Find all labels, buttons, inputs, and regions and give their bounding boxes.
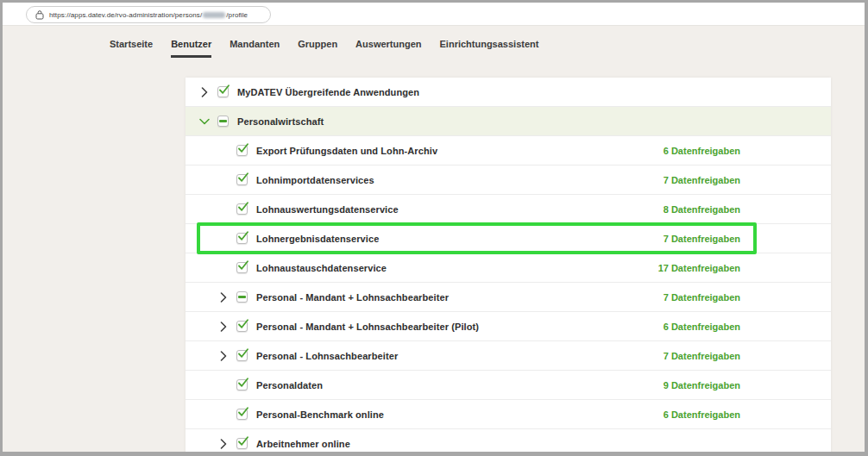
permissions-panel: MyDATEV Übergreifende Anwendungen Person… (186, 78, 831, 455)
tab-auswertungen[interactable]: Auswertungen (355, 39, 421, 58)
permission-label: Lohnergebnisdatenservice (256, 234, 664, 244)
check-icon (237, 231, 249, 241)
permission-label: Personaldaten (256, 380, 664, 390)
permission-row: Personaldaten 9 Datenfreigaben (186, 371, 831, 400)
permission-row: Personalwirtschaft (186, 107, 831, 136)
checkbox[interactable] (236, 145, 248, 156)
permission-row: Personal - Mandant + Lohnsachbearbeiter … (186, 283, 831, 312)
tab-benutzer[interactable]: Benutzer (171, 39, 211, 58)
datenfreigaben-link[interactable]: 17 Datenfreigaben (658, 263, 740, 273)
check-icon (237, 348, 249, 359)
redacted-person-id (203, 12, 225, 18)
permission-row: Personal-Benchmark online 6 Datenfreigab… (186, 400, 831, 429)
url-bar[interactable]: https://apps.datev.de/rvo-administration… (26, 6, 271, 23)
tab-label: Startseite (110, 39, 153, 49)
url-suffix: /profile (226, 11, 248, 19)
checkbox[interactable] (236, 321, 248, 332)
datenfreigaben-link[interactable]: 8 Datenfreigaben (664, 204, 740, 215)
checkbox[interactable] (236, 409, 248, 420)
chevron-right-icon[interactable] (217, 291, 230, 303)
permission-label: Lohnimportdatenservices (256, 175, 664, 185)
browser-url-strip: https://apps.datev.de/rvo-administration… (3, 3, 865, 26)
permission-label: Personalwirtschaft (237, 116, 740, 127)
tab-label: Benutzer (171, 39, 211, 49)
checkbox[interactable] (236, 438, 248, 449)
datenfreigaben-link[interactable]: 7 Datenfreigaben (664, 351, 740, 361)
chevron-right-icon[interactable] (217, 321, 230, 333)
permission-label: Personal-Benchmark online (256, 409, 664, 420)
chevron-right-icon[interactable] (217, 350, 230, 362)
permission-label: Arbeitnehmer online (256, 439, 740, 449)
check-icon (237, 319, 249, 329)
check-icon (237, 436, 249, 447)
permission-row: Lohnergebnisdatenservice 7 Datenfreigabe… (186, 224, 831, 253)
permission-label: Lohnauswertungsdatenservice (256, 204, 664, 215)
checkbox[interactable] (236, 291, 248, 303)
tab-einrichtungsassistent[interactable]: Einrichtungsassistent (440, 39, 539, 58)
chevron-right-icon[interactable] (198, 86, 211, 98)
datenfreigaben-link[interactable]: 7 Datenfreigaben (664, 234, 740, 244)
check-icon (237, 260, 249, 271)
check-icon (237, 378, 249, 388)
permission-label: MyDATEV Übergreifende Anwendungen (237, 87, 740, 97)
permission-row: Personal - Mandant + Lohnsachbearbeiter … (186, 312, 831, 341)
tab-gruppen[interactable]: Gruppen (298, 39, 337, 58)
tab-label: Auswertungen (355, 39, 421, 49)
nav-tabs: Startseite Benutzer Mandanten Gruppen Au… (110, 39, 538, 58)
checkbox[interactable] (217, 86, 229, 97)
permission-label: Personal - Lohnsachbearbeiter (256, 351, 664, 361)
permission-label: Export Prüfungsdaten und Lohn-Archiv (256, 146, 664, 156)
datenfreigaben-link[interactable]: 7 Datenfreigaben (664, 292, 740, 303)
tab-label: Einrichtungsassistent (440, 39, 539, 49)
permission-label: Personal - Mandant + Lohnsachbearbeiter (256, 292, 664, 303)
permission-row: Lohnaustauschdatenservice 17 Datenfreiga… (186, 253, 831, 283)
permission-row: Personal - Lohnsachbearbeiter 7 Datenfre… (186, 341, 831, 371)
check-icon (237, 143, 249, 153)
datenfreigaben-link[interactable]: 7 Datenfreigaben (664, 175, 740, 185)
permission-row: Export Prüfungsdaten und Lohn-Archiv 6 D… (186, 136, 831, 166)
check-icon (218, 84, 230, 95)
datenfreigaben-link[interactable]: 6 Datenfreigaben (664, 409, 740, 420)
permission-row: Lohnauswertungsdatenservice 8 Datenfreig… (186, 195, 831, 224)
checkbox[interactable] (236, 203, 248, 215)
tab-mandanten[interactable]: Mandanten (230, 39, 280, 58)
checkbox[interactable] (236, 233, 248, 244)
check-icon (237, 202, 249, 212)
chevron-down-icon[interactable] (198, 116, 211, 128)
datenfreigaben-link[interactable]: 6 Datenfreigaben (664, 146, 740, 156)
permission-label: Personal - Mandant + Lohnsachbearbeiter … (256, 322, 664, 332)
url-prefix: https://apps.datev.de/rvo-administration… (49, 11, 202, 19)
checkbox[interactable] (236, 262, 248, 273)
datenfreigaben-link[interactable]: 9 Datenfreigaben (664, 380, 740, 390)
tab-label: Mandanten (230, 39, 280, 49)
check-icon (237, 172, 249, 183)
indeterminate-icon (238, 296, 246, 298)
permission-label: Lohnaustauschdatenservice (256, 263, 658, 273)
checkbox[interactable] (236, 379, 248, 390)
site-info-lock-icon[interactable] (35, 10, 44, 20)
permission-row: Arbeitnehmer online (186, 429, 831, 455)
tab-label: Gruppen (298, 39, 337, 49)
indeterminate-icon (219, 120, 227, 122)
tab-startseite[interactable]: Startseite (110, 39, 153, 58)
permission-row: Lohnimportdatenservices 7 Datenfreigaben (186, 166, 831, 195)
url-text: https://apps.datev.de/rvo-administration… (49, 11, 248, 19)
chevron-right-icon[interactable] (217, 438, 230, 450)
permission-row: MyDATEV Übergreifende Anwendungen (186, 78, 831, 107)
checkbox[interactable] (236, 174, 248, 185)
check-icon (237, 407, 249, 417)
checkbox[interactable] (217, 116, 229, 127)
datenfreigaben-link[interactable]: 6 Datenfreigaben (664, 322, 740, 332)
checkbox[interactable] (236, 350, 248, 361)
